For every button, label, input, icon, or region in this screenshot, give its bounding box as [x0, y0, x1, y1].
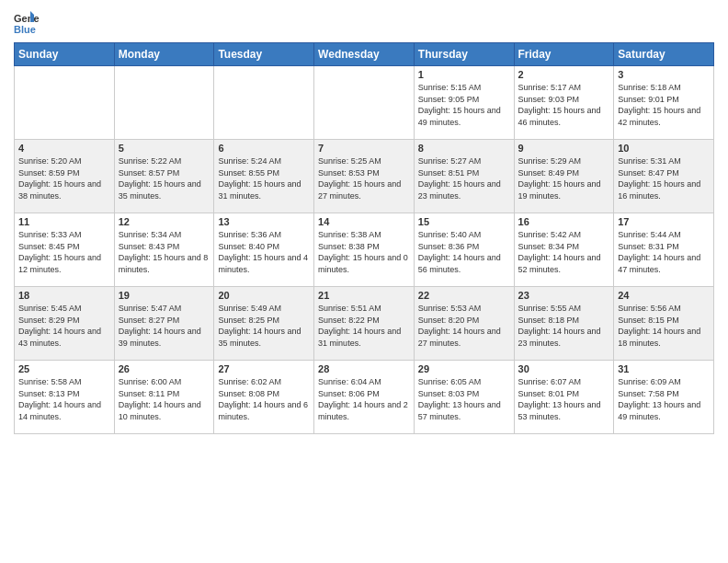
page-header: General Blue [14, 9, 714, 35]
day-number: 24 [618, 290, 710, 301]
day-info: Sunrise: 5:25 AMSunset: 8:53 PMDaylight:… [318, 155, 410, 201]
day-number: 20 [218, 290, 310, 301]
day-cell-empty [214, 66, 314, 140]
day-number: 28 [318, 363, 410, 374]
day-cell-8: 8Sunrise: 5:27 AMSunset: 8:51 PMDaylight… [414, 140, 514, 213]
day-info: Sunrise: 5:53 AMSunset: 8:20 PMDaylight:… [418, 303, 510, 349]
weekday-header-saturday: Saturday [614, 43, 714, 66]
day-cell-21: 21Sunrise: 5:51 AMSunset: 8:22 PMDayligh… [314, 287, 415, 361]
day-cell-31: 31Sunrise: 6:09 AMSunset: 7:58 PMDayligh… [614, 361, 714, 434]
day-number: 27 [218, 363, 310, 374]
day-cell-empty [114, 66, 214, 140]
day-number: 1 [418, 69, 510, 80]
weekday-header-wednesday: Wednesday [314, 43, 415, 66]
day-info: Sunrise: 5:29 AMSunset: 8:49 PMDaylight:… [518, 155, 610, 201]
day-info: Sunrise: 6:04 AMSunset: 8:06 PMDaylight:… [318, 376, 410, 422]
weekday-header-row: SundayMondayTuesdayWednesdayThursdayFrid… [15, 43, 714, 66]
day-cell-20: 20Sunrise: 5:49 AMSunset: 8:25 PMDayligh… [214, 287, 314, 361]
day-cell-1: 1Sunrise: 5:15 AMSunset: 9:05 PMDaylight… [414, 66, 514, 140]
weekday-header-thursday: Thursday [414, 43, 514, 66]
day-number: 13 [218, 216, 310, 227]
day-number: 30 [518, 363, 610, 374]
day-info: Sunrise: 5:51 AMSunset: 8:22 PMDaylight:… [318, 303, 410, 349]
day-cell-4: 4Sunrise: 5:20 AMSunset: 8:59 PMDaylight… [15, 140, 115, 213]
day-number: 15 [418, 216, 510, 227]
day-number: 22 [418, 290, 510, 301]
day-info: Sunrise: 5:24 AMSunset: 8:55 PMDaylight:… [218, 155, 310, 201]
day-info: Sunrise: 5:17 AMSunset: 9:03 PMDaylight:… [518, 82, 610, 128]
day-info: Sunrise: 5:31 AMSunset: 8:47 PMDaylight:… [618, 155, 710, 201]
day-cell-26: 26Sunrise: 6:00 AMSunset: 8:11 PMDayligh… [114, 361, 214, 434]
day-cell-22: 22Sunrise: 5:53 AMSunset: 8:20 PMDayligh… [414, 287, 514, 361]
day-cell-27: 27Sunrise: 6:02 AMSunset: 8:08 PMDayligh… [214, 361, 314, 434]
day-cell-23: 23Sunrise: 5:55 AMSunset: 8:18 PMDayligh… [514, 287, 614, 361]
day-cell-6: 6Sunrise: 5:24 AMSunset: 8:55 PMDaylight… [214, 140, 314, 213]
day-info: Sunrise: 5:22 AMSunset: 8:57 PMDaylight:… [119, 155, 210, 201]
weekday-header-sunday: Sunday [15, 43, 115, 66]
calendar: SundayMondayTuesdayWednesdayThursdayFrid… [14, 42, 714, 434]
day-info: Sunrise: 6:07 AMSunset: 8:01 PMDaylight:… [518, 376, 610, 422]
day-number: 12 [119, 216, 210, 227]
day-cell-25: 25Sunrise: 5:58 AMSunset: 8:13 PMDayligh… [15, 361, 115, 434]
day-cell-empty [314, 66, 415, 140]
day-number: 18 [18, 290, 110, 301]
day-info: Sunrise: 5:47 AMSunset: 8:27 PMDaylight:… [119, 303, 210, 349]
day-info: Sunrise: 5:55 AMSunset: 8:18 PMDaylight:… [518, 303, 610, 349]
day-cell-16: 16Sunrise: 5:42 AMSunset: 8:34 PMDayligh… [514, 213, 614, 287]
week-row-2: 4Sunrise: 5:20 AMSunset: 8:59 PMDaylight… [15, 140, 714, 213]
day-number: 10 [618, 143, 710, 154]
day-cell-11: 11Sunrise: 5:33 AMSunset: 8:45 PMDayligh… [15, 213, 115, 287]
day-number: 3 [618, 69, 710, 80]
day-number: 14 [318, 216, 410, 227]
day-info: Sunrise: 5:40 AMSunset: 8:36 PMDaylight:… [418, 229, 510, 275]
day-cell-28: 28Sunrise: 6:04 AMSunset: 8:06 PMDayligh… [314, 361, 415, 434]
day-info: Sunrise: 6:02 AMSunset: 8:08 PMDaylight:… [218, 376, 310, 422]
day-info: Sunrise: 5:27 AMSunset: 8:51 PMDaylight:… [418, 155, 510, 201]
day-cell-30: 30Sunrise: 6:07 AMSunset: 8:01 PMDayligh… [514, 361, 614, 434]
day-info: Sunrise: 6:09 AMSunset: 7:58 PMDaylight:… [618, 376, 710, 422]
day-info: Sunrise: 5:38 AMSunset: 8:38 PMDaylight:… [318, 229, 410, 275]
day-number: 11 [18, 216, 110, 227]
day-cell-empty [15, 66, 115, 140]
day-info: Sunrise: 5:44 AMSunset: 8:31 PMDaylight:… [618, 229, 710, 275]
svg-text:Blue: Blue [14, 24, 36, 35]
day-info: Sunrise: 5:15 AMSunset: 9:05 PMDaylight:… [418, 82, 510, 128]
day-info: Sunrise: 5:49 AMSunset: 8:25 PMDaylight:… [218, 303, 310, 349]
weekday-header-friday: Friday [514, 43, 614, 66]
day-number: 7 [318, 143, 410, 154]
day-number: 4 [18, 143, 110, 154]
day-cell-12: 12Sunrise: 5:34 AMSunset: 8:43 PMDayligh… [114, 213, 214, 287]
day-cell-5: 5Sunrise: 5:22 AMSunset: 8:57 PMDaylight… [114, 140, 214, 213]
week-row-5: 25Sunrise: 5:58 AMSunset: 8:13 PMDayligh… [15, 361, 714, 434]
day-info: Sunrise: 5:34 AMSunset: 8:43 PMDaylight:… [119, 229, 210, 275]
day-cell-24: 24Sunrise: 5:56 AMSunset: 8:15 PMDayligh… [614, 287, 714, 361]
day-number: 31 [618, 363, 710, 374]
day-number: 17 [618, 216, 710, 227]
day-cell-29: 29Sunrise: 6:05 AMSunset: 8:03 PMDayligh… [414, 361, 514, 434]
day-number: 25 [18, 363, 110, 374]
day-info: Sunrise: 6:05 AMSunset: 8:03 PMDaylight:… [418, 376, 510, 422]
day-cell-2: 2Sunrise: 5:17 AMSunset: 9:03 PMDaylight… [514, 66, 614, 140]
day-cell-7: 7Sunrise: 5:25 AMSunset: 8:53 PMDaylight… [314, 140, 415, 213]
week-row-4: 18Sunrise: 5:45 AMSunset: 8:29 PMDayligh… [15, 287, 714, 361]
weekday-header-tuesday: Tuesday [214, 43, 314, 66]
svg-text:General: General [14, 13, 40, 24]
day-cell-17: 17Sunrise: 5:44 AMSunset: 8:31 PMDayligh… [614, 213, 714, 287]
day-number: 2 [518, 69, 610, 80]
day-number: 29 [418, 363, 510, 374]
day-cell-10: 10Sunrise: 5:31 AMSunset: 8:47 PMDayligh… [614, 140, 714, 213]
day-number: 23 [518, 290, 610, 301]
day-info: Sunrise: 5:33 AMSunset: 8:45 PMDaylight:… [18, 229, 110, 275]
day-number: 5 [119, 143, 210, 154]
logo: General Blue [14, 9, 43, 35]
day-cell-18: 18Sunrise: 5:45 AMSunset: 8:29 PMDayligh… [15, 287, 115, 361]
day-info: Sunrise: 6:00 AMSunset: 8:11 PMDaylight:… [119, 376, 210, 422]
day-info: Sunrise: 5:56 AMSunset: 8:15 PMDaylight:… [618, 303, 710, 349]
day-info: Sunrise: 5:36 AMSunset: 8:40 PMDaylight:… [218, 229, 310, 275]
day-number: 9 [518, 143, 610, 154]
weekday-header-monday: Monday [114, 43, 214, 66]
day-cell-3: 3Sunrise: 5:18 AMSunset: 9:01 PMDaylight… [614, 66, 714, 140]
day-cell-15: 15Sunrise: 5:40 AMSunset: 8:36 PMDayligh… [414, 213, 514, 287]
day-number: 19 [119, 290, 210, 301]
day-number: 21 [318, 290, 410, 301]
